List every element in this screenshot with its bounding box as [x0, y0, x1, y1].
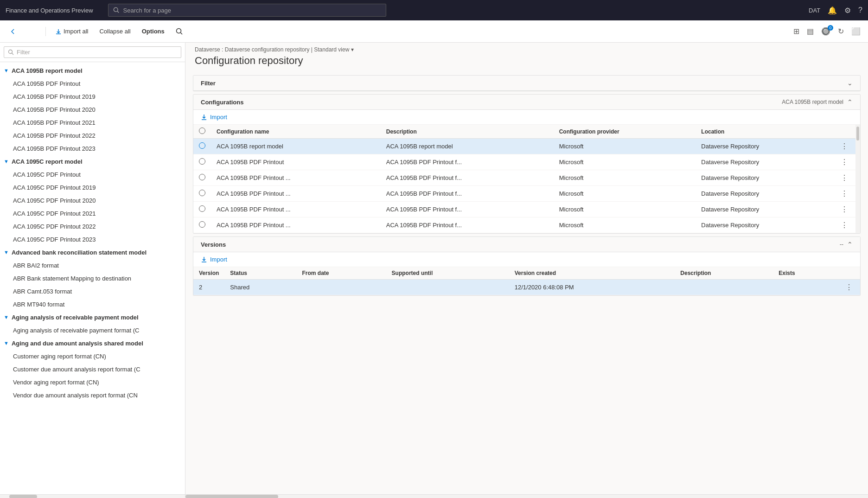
search-bar[interactable]: Search for a page	[108, 4, 386, 17]
collapse-all-button[interactable]: Collapse all	[96, 26, 134, 37]
table-row[interactable]: 2 Shared 12/1/2020 6:48:08 PM ⋮	[193, 280, 860, 295]
v-more-cell[interactable]: ⋮	[838, 280, 860, 295]
radio-circle[interactable]	[199, 205, 205, 212]
more-icon[interactable]: ⋮	[839, 158, 850, 166]
sidebar-item-aca1095b-pdf2023[interactable]: ACA 1095B PDF Printout 2023	[0, 142, 185, 155]
more-cell[interactable]: ⋮	[833, 154, 855, 170]
more-icon[interactable]: ⋮	[839, 142, 850, 150]
table-row[interactable]: ACA 1095B PDF Printout ... ACA 1095B PDF…	[193, 217, 855, 233]
configurations-collapse-icon[interactable]: ⌃	[847, 98, 853, 106]
sidebar-item-aging-due[interactable]: ▼ Aging and due amount analysis shared m…	[0, 337, 185, 350]
back-button[interactable]	[6, 26, 20, 37]
refresh-icon[interactable]: ↻	[836, 25, 846, 38]
sidebar-item-abr-bai2[interactable]: ABR BAI2 format	[0, 259, 185, 272]
sidebar-item-customer-aging[interactable]: Customer aging report format (CN)	[0, 350, 185, 363]
sidebar-item-aca1095c[interactable]: ▼ ACA 1095C report model	[0, 155, 185, 168]
notification-icon[interactable]: 🔔	[828, 6, 837, 15]
radio-circle[interactable]	[199, 158, 205, 165]
filter-collapse-icon[interactable]: ⌄	[847, 79, 853, 87]
sidebar-item-abr-bank[interactable]: ABR Bank statement Mapping to destinatio…	[0, 272, 185, 285]
table-row[interactable]: ACA 1095B report model ACA 1095B report …	[193, 139, 855, 154]
options-button[interactable]: Options	[138, 26, 168, 37]
sidebar-item-aca1095c-pdf2020[interactable]: ACA 1095C PDF Printout 2020	[0, 194, 185, 207]
configurations-table: Configuration name Description Configura…	[193, 125, 855, 233]
help-icon[interactable]: ?	[858, 6, 862, 14]
versions-panel-content: Import Version Status From date Supporte…	[193, 252, 860, 295]
sidebar-item-aging[interactable]: ▼ Aging analysis of receivable payment m…	[0, 311, 185, 324]
top-bar: Finance and Operations Preview Search fo…	[0, 0, 868, 20]
layout-icon[interactable]: ▤	[805, 25, 816, 38]
config-name-cell: ACA 1095B PDF Printout ...	[211, 170, 381, 186]
view-icon[interactable]: ⊞	[791, 25, 801, 38]
configurations-import-link[interactable]: Import	[193, 110, 860, 125]
sidebar-item-vendor-aging[interactable]: Vendor aging report format (CN)	[0, 376, 185, 389]
more-cell[interactable]: ⋮	[833, 202, 855, 217]
sidebar-item-aca1095b-pdf2021[interactable]: ACA 1095B PDF Printout 2021	[0, 116, 185, 129]
expand-icon[interactable]: ⬜	[849, 25, 862, 38]
svg-line-1	[117, 11, 119, 13]
filter-panel-header[interactable]: Filter ⌄	[193, 76, 860, 91]
content-horizontal-scrollbar[interactable]	[185, 494, 868, 498]
sidebar-item-vendor-due[interactable]: Vendor due amount analysis report format…	[0, 389, 185, 402]
more-icon[interactable]: ⋮	[839, 221, 850, 229]
radio-circle[interactable]	[199, 174, 205, 180]
more-icon[interactable]: ⋮	[839, 190, 850, 198]
table-row[interactable]: ACA 1095B PDF Printout ACA 1095B PDF Pri…	[193, 154, 855, 170]
sidebar-item-aging-fmt[interactable]: Aging analysis of receivable payment for…	[0, 324, 185, 337]
more-icon[interactable]: ⋮	[839, 205, 850, 213]
sidebar-horizontal-scrollbar[interactable]	[0, 494, 185, 498]
configs-vertical-scrollbar[interactable]	[855, 125, 860, 233]
chevron-icon: ▼	[4, 159, 9, 164]
versions-collapse-icon[interactable]: ⌃	[847, 241, 853, 248]
sidebar-item-abr[interactable]: ▼ Advanced bank reconciliation statement…	[0, 246, 185, 259]
col-exists: Exists	[773, 267, 838, 280]
tree-item-label: ACA 1095B PDF Printout 2023	[13, 145, 96, 152]
settings-icon[interactable]: ⚙	[844, 6, 851, 15]
tree-item-label: ACA 1095B PDF Printout 2021	[13, 119, 96, 126]
tree-item-label: Vendor aging report format (CN)	[13, 379, 99, 386]
breadcrumb-repo[interactable]: Dataverse configuration repository	[225, 46, 310, 53]
sidebar-item-abr-camt[interactable]: ABR Camt.053 format	[0, 285, 185, 298]
chevron-icon: ▼	[4, 249, 9, 255]
tree-item-label: ABR Bank statement Mapping to destinatio…	[13, 275, 131, 282]
sidebar-item-aca1095c-pdf2022[interactable]: ACA 1095C PDF Printout 2022	[0, 220, 185, 233]
more-cell[interactable]: ⋮	[833, 186, 855, 202]
hamburger-menu-button[interactable]	[24, 26, 40, 38]
configurations-panel-header[interactable]: Configurations ACA 1095B report model ⌃	[193, 95, 860, 110]
sidebar-item-aca1095c-pdf2021[interactable]: ACA 1095C PDF Printout 2021	[0, 207, 185, 220]
more-cell[interactable]: ⋮	[833, 217, 855, 233]
import-icon	[201, 114, 207, 121]
sidebar-item-aca1095b-pdf2022[interactable]: ACA 1095B PDF Printout 2022	[0, 129, 185, 142]
sidebar-item-aca1095c-pdf2019[interactable]: ACA 1095C PDF Printout 2019	[0, 181, 185, 194]
radio-circle[interactable]	[199, 221, 205, 228]
col-from-date: From date	[297, 267, 386, 280]
versions-import-link[interactable]: Import	[193, 252, 860, 267]
versions-panel-header[interactable]: Versions -- ⌃	[193, 237, 860, 252]
sidebar-item-aca1095b-pdf2019[interactable]: ACA 1095B PDF Printout 2019	[0, 90, 185, 103]
table-row[interactable]: ACA 1095B PDF Printout ... ACA 1095B PDF…	[193, 186, 855, 202]
radio-circle[interactable]	[199, 190, 205, 196]
sidebar-item-aca1095b-pdf2020[interactable]: ACA 1095B PDF Printout 2020	[0, 103, 185, 116]
sidebar-item-aca1095c-pdf[interactable]: ACA 1095C PDF Printout	[0, 168, 185, 181]
more-icon[interactable]: ⋮	[843, 283, 855, 291]
versions-panel-title: Versions	[201, 241, 840, 248]
badge-icon[interactable]: 🔘0	[819, 25, 832, 38]
radio-circle[interactable]	[199, 142, 205, 149]
toolbar-search-button[interactable]	[172, 26, 187, 37]
breadcrumb-source[interactable]: Dataverse	[195, 46, 220, 53]
col-v-description: Description	[675, 267, 773, 280]
more-cell[interactable]: ⋮	[833, 139, 855, 154]
sidebar-item-customer-due[interactable]: Customer due amount analysis report form…	[0, 363, 185, 376]
more-cell[interactable]: ⋮	[833, 170, 855, 186]
more-icon[interactable]: ⋮	[839, 174, 850, 182]
sidebar-item-aca1095b[interactable]: ▼ ACA 1095B report model	[0, 64, 185, 77]
import-all-button[interactable]: Import all	[51, 26, 92, 37]
sidebar-item-aca1095b-pdf[interactable]: ACA 1095B PDF Printout	[0, 77, 185, 90]
breadcrumb-view[interactable]: Standard view	[314, 46, 349, 53]
tree-item-label: ABR Camt.053 format	[13, 288, 72, 295]
sidebar-item-abr-mt940[interactable]: ABR MT940 format	[0, 298, 185, 311]
table-row[interactable]: ACA 1095B PDF Printout ... ACA 1095B PDF…	[193, 202, 855, 217]
sidebar-item-aca1095c-pdf2023[interactable]: ACA 1095C PDF Printout 2023	[0, 233, 185, 246]
table-row[interactable]: ACA 1095B PDF Printout ... ACA 1095B PDF…	[193, 170, 855, 186]
filter-input[interactable]: Filter	[4, 46, 181, 58]
